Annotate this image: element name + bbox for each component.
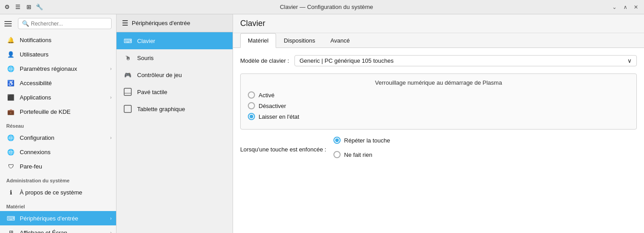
search-icon: 🔍 bbox=[22, 20, 29, 27]
chevron-icon-apps: › bbox=[110, 95, 112, 100]
middle-item-souris[interactable]: 🖱 Souris bbox=[117, 49, 233, 66]
search-input[interactable] bbox=[31, 21, 108, 27]
radio-label-desactiver: Désactiver bbox=[259, 103, 286, 109]
radio-rien[interactable] bbox=[333, 151, 341, 158]
item-label-clavier: Clavier bbox=[137, 38, 155, 44]
minimize-button[interactable]: ⌄ bbox=[610, 3, 619, 12]
content-area: Modèle de clavier : Generic | PC génériq… bbox=[233, 48, 644, 233]
wallet-icon: 💼 bbox=[6, 107, 15, 116]
sidebar-item-peripheriques[interactable]: ⌨ Périphériques d'entrée › bbox=[0, 211, 116, 225]
dropdown-chevron-icon: ∨ bbox=[627, 57, 632, 64]
keyboard-model-row: Modèle de clavier : Generic | PC génériq… bbox=[240, 55, 637, 66]
radio-desactiver[interactable] bbox=[248, 102, 255, 109]
keyboard-model-label: Modèle de clavier : bbox=[240, 57, 289, 64]
user-icon: 👤 bbox=[6, 50, 15, 59]
display-icon: 🖥 bbox=[6, 228, 15, 233]
menu-icon[interactable]: ☰ bbox=[14, 4, 22, 11]
window-controls: ⌄ ∧ ✕ bbox=[610, 3, 640, 12]
keyboard-icon: ⌨ bbox=[6, 214, 15, 223]
middle-header: ☰ Périphériques d'entrée bbox=[117, 14, 233, 32]
sidebar-item-connexions[interactable]: 🌐 Connexions bbox=[0, 145, 116, 159]
close-button[interactable]: ✕ bbox=[631, 3, 640, 12]
numlock-radio-desactiver[interactable]: Désactiver bbox=[248, 102, 629, 109]
search-box[interactable]: 🔍 bbox=[18, 18, 112, 29]
section-materiel: Matériel bbox=[0, 199, 116, 211]
hamburger-middle-icon: ☰ bbox=[122, 19, 128, 27]
shield-icon: 🛡 bbox=[6, 162, 15, 171]
maximize-button[interactable]: ∧ bbox=[621, 3, 630, 12]
sidebar-item-utilisateurs[interactable]: 👤 Utilisateurs bbox=[0, 47, 116, 61]
sidebar-item-portefeuille[interactable]: 💼 Portefeuille de KDE bbox=[0, 104, 116, 119]
radio-repeter[interactable] bbox=[333, 137, 341, 144]
numlock-group: Verrouillage numérique au démarrage de P… bbox=[240, 73, 637, 129]
info-icon: ℹ bbox=[6, 188, 15, 197]
chevron-peripheriques: › bbox=[110, 216, 112, 221]
svg-rect-2 bbox=[124, 105, 131, 112]
middle-item-tablette[interactable]: Tablette graphique bbox=[117, 100, 233, 117]
sidebar-label-affichage: Affichage et Écran bbox=[20, 229, 106, 233]
grid-icon[interactable]: ⊞ bbox=[25, 4, 32, 11]
sidebar-item-apropos[interactable]: ℹ À propos de ce système bbox=[0, 185, 116, 199]
globe-icon: 🌐 bbox=[6, 64, 15, 73]
keyboard-list-icon: ⌨ bbox=[123, 36, 133, 46]
page-title: Clavier bbox=[233, 14, 644, 33]
radio-laisser[interactable] bbox=[248, 113, 255, 120]
numlock-radio-laisser[interactable]: Laisser en l'état bbox=[248, 113, 629, 120]
hamburger-button[interactable] bbox=[4, 18, 15, 29]
sidebar-item-pare-feu[interactable]: 🛡 Pare-feu bbox=[0, 159, 116, 173]
key-held-label: Lorsqu'une touche est enfoncée : bbox=[240, 146, 326, 153]
sidebar-label-configuration: Configuration bbox=[20, 134, 106, 141]
radio-active[interactable] bbox=[248, 91, 255, 99]
middle-item-controleur[interactable]: 🎮 Contrôleur de jeu bbox=[117, 66, 233, 83]
middle-header-title: Périphériques d'entrée bbox=[132, 20, 190, 26]
window-title: Clavier — Configuration du système bbox=[43, 4, 610, 10]
sidebar-item-applications[interactable]: ⬛ Applications › bbox=[0, 90, 116, 104]
tool-icon[interactable]: 🔧 bbox=[36, 4, 43, 11]
sidebar-label-connexions: Connexions bbox=[20, 149, 112, 155]
sidebar-label-notifications: Notifications bbox=[20, 37, 112, 43]
sidebar-label-apropos: À propos de ce système bbox=[20, 189, 112, 196]
sidebar-item-notifications[interactable]: 🔔 Notifications bbox=[0, 33, 116, 47]
connexions-icon: 🌐 bbox=[6, 147, 15, 156]
sidebar-item-parametres[interactable]: 🌐 Paramètres régionaux › bbox=[0, 61, 116, 76]
middle-item-pave-tactile[interactable]: Pavé tactile bbox=[117, 83, 233, 100]
sidebar-search-area: 🔍 bbox=[0, 14, 116, 33]
sidebar-item-affichage[interactable]: 🖥 Affichage et Écran › bbox=[0, 225, 116, 233]
sidebar-label-applications: Applications bbox=[20, 94, 106, 101]
sidebar-item-configuration[interactable]: 🌐 Configuration › bbox=[0, 130, 116, 145]
touchpad-icon bbox=[123, 87, 133, 97]
svg-rect-0 bbox=[124, 88, 131, 95]
tablet-icon bbox=[123, 104, 133, 114]
sidebar-label-parametres: Paramètres régionaux bbox=[20, 65, 106, 72]
item-label-controleur: Contrôleur de jeu bbox=[137, 72, 182, 78]
gamepad-icon: 🎮 bbox=[123, 70, 133, 80]
tabs-bar: Matériel Dispositions Avancé bbox=[233, 33, 644, 48]
item-label-tablette: Tablette graphique bbox=[137, 106, 185, 112]
tab-dispositions[interactable]: Dispositions bbox=[276, 33, 323, 48]
item-label-souris: Souris bbox=[137, 55, 154, 61]
config-icon: 🌐 bbox=[6, 133, 15, 142]
section-reseau: Réseau bbox=[0, 119, 116, 130]
mouse-icon: 🖱 bbox=[123, 53, 133, 63]
radio-label-laisser: Laisser en l'état bbox=[259, 113, 299, 120]
radio-label-repeter: Répéter la touche bbox=[344, 137, 390, 144]
chevron-affichage: › bbox=[110, 230, 112, 233]
key-held-row: Lorsqu'une touche est enfoncée : Répéter… bbox=[240, 137, 637, 162]
sidebar-label-peripheriques: Périphériques d'entrée bbox=[20, 215, 106, 222]
access-icon: ♿ bbox=[6, 78, 15, 87]
sidebar-label-portefeuille: Portefeuille de KDE bbox=[20, 108, 112, 115]
main-content: Clavier Matériel Dispositions Avancé Mod… bbox=[233, 14, 644, 233]
item-label-pave-tactile: Pavé tactile bbox=[137, 89, 167, 95]
numlock-radio-active[interactable]: Activé bbox=[248, 91, 629, 99]
middle-item-clavier[interactable]: ⌨ Clavier bbox=[117, 32, 233, 49]
sidebar-item-accessibilite[interactable]: ♿ Accessibilité bbox=[0, 76, 116, 90]
key-repeat-radio-rien[interactable]: Ne fait rien bbox=[333, 151, 390, 158]
key-repeat-radio-repeter[interactable]: Répéter la touche bbox=[333, 137, 390, 144]
key-repeat-options: Répéter la touche Ne fait rien bbox=[333, 137, 390, 162]
titlebar-left: ⚙ ☰ ⊞ 🔧 bbox=[4, 4, 43, 11]
bell-icon: 🔔 bbox=[6, 35, 15, 44]
tab-avance[interactable]: Avancé bbox=[323, 33, 357, 48]
keyboard-model-select[interactable]: Generic | PC générique 105 touches ∨ bbox=[294, 55, 637, 66]
numlock-title: Verrouillage numérique au démarrage de P… bbox=[248, 79, 629, 86]
tab-materiel[interactable]: Matériel bbox=[240, 33, 276, 48]
